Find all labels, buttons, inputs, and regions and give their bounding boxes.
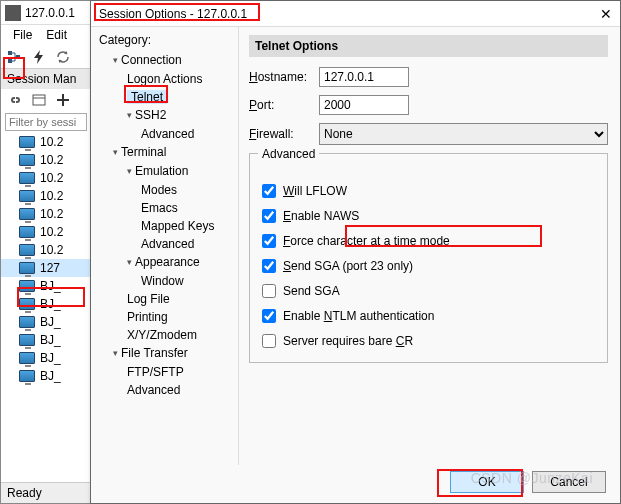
tree-ft-advanced[interactable]: Advanced <box>127 383 180 397</box>
monitor-icon <box>19 334 35 346</box>
session-label: 10.2 <box>40 225 63 239</box>
cancel-button[interactable]: Cancel <box>532 471 606 493</box>
monitor-icon <box>19 370 35 382</box>
chk-bare-cr[interactable] <box>262 334 276 348</box>
options-panel: Telnet Options Hostname: Port: Firewall:… <box>239 27 620 465</box>
tree-connection[interactable]: Connection <box>121 53 182 67</box>
tree-printing[interactable]: Printing <box>127 310 168 324</box>
tree-emacs[interactable]: Emacs <box>141 201 178 215</box>
tree-log-file[interactable]: Log File <box>127 292 170 306</box>
session-label: BJ_ <box>40 369 61 383</box>
session-label: 10.2 <box>40 243 63 257</box>
tree-ssh2-advanced[interactable]: Advanced <box>141 127 194 141</box>
svg-rect-1 <box>8 59 12 63</box>
tree-file-transfer[interactable]: File Transfer <box>121 346 188 360</box>
lbl-send-sga: Send SGA <box>283 284 340 298</box>
session-label: BJ_ <box>40 351 61 365</box>
firewall-select[interactable]: None <box>319 123 608 145</box>
tree-logon-actions[interactable]: Logon Actions <box>127 72 202 86</box>
reconnect-icon[interactable] <box>55 49 71 65</box>
category-label: Category: <box>99 33 234 47</box>
tree-ssh2[interactable]: SSH2 <box>135 108 166 122</box>
dialog-buttons: OK Cancel <box>450 471 606 493</box>
session-label: BJ_ <box>40 333 61 347</box>
lbl-will-lflow: Will LFLOW <box>283 184 347 198</box>
filter-box <box>5 113 87 131</box>
dialog-title: Session Options - 127.0.0.1 <box>99 7 247 21</box>
chk-ntlm[interactable] <box>262 309 276 323</box>
session-label: 10.2 <box>40 135 63 149</box>
lbl-enable-naws: Enable NAWS <box>283 209 359 223</box>
monitor-icon <box>19 244 35 256</box>
dialog-titlebar: Session Options - 127.0.0.1 ✕ <box>91 1 620 27</box>
chk-send-sga[interactable] <box>262 284 276 298</box>
lbl-send-sga-23: Send SGA (port 23 only) <box>283 259 413 273</box>
status-bar: Ready <box>1 482 93 503</box>
tree-modes[interactable]: Modes <box>141 183 177 197</box>
plus-icon[interactable] <box>55 92 71 108</box>
lbl-force-char: Force character at a time mode <box>283 234 450 248</box>
close-icon[interactable]: ✕ <box>600 6 612 22</box>
session-label: 10.2 <box>40 189 63 203</box>
tree-appearance[interactable]: Appearance <box>135 255 200 269</box>
monitor-icon <box>19 172 35 184</box>
monitor-icon <box>19 208 35 220</box>
category-tree[interactable]: Connection Logon Actions Telnet SSH2 Adv… <box>99 51 234 399</box>
svg-rect-3 <box>33 95 45 105</box>
lbl-ntlm: Enable NTLM authentication <box>283 309 434 323</box>
tree-window[interactable]: Window <box>141 274 184 288</box>
session-label: 10.2 <box>40 171 63 185</box>
category-panel: Category: Connection Logon Actions Telne… <box>91 27 239 465</box>
session-label: 10.2 <box>40 153 63 167</box>
monitor-icon <box>19 280 35 292</box>
window-icon[interactable] <box>31 92 47 108</box>
monitor-icon <box>19 154 35 166</box>
tree-ftp[interactable]: FTP/SFTP <box>127 365 184 379</box>
menu-edit[interactable]: Edit <box>46 28 67 42</box>
session-label: BJ_ <box>40 279 61 293</box>
tree-emul-advanced[interactable]: Advanced <box>141 237 194 251</box>
tree-mapped-keys[interactable]: Mapped Keys <box>141 219 214 233</box>
monitor-icon <box>19 298 35 310</box>
advanced-legend: Advanced <box>258 147 319 161</box>
firewall-label: Firewall: <box>249 127 319 141</box>
tree-telnet[interactable]: Telnet <box>127 90 167 104</box>
session-label: 10.2 <box>40 207 63 221</box>
svg-rect-2 <box>16 55 20 59</box>
menu-file[interactable]: File <box>13 28 32 42</box>
session-label: 127 <box>40 261 60 275</box>
section-header: Telnet Options <box>249 35 608 57</box>
lightning-icon[interactable] <box>31 49 47 65</box>
monitor-icon <box>19 190 35 202</box>
app-icon <box>5 5 21 21</box>
filter-input[interactable] <box>5 113 87 131</box>
advanced-fieldset: Advanced Will LFLOW Enable NAWS Force ch… <box>249 153 608 363</box>
tree-emulation[interactable]: Emulation <box>135 164 188 178</box>
hostname-input[interactable] <box>319 67 409 87</box>
svg-rect-0 <box>8 51 12 55</box>
monitor-icon <box>19 262 35 274</box>
tree-terminal[interactable]: Terminal <box>121 145 166 159</box>
port-label: Port: <box>249 98 319 112</box>
chk-force-char[interactable] <box>262 234 276 248</box>
chk-enable-naws[interactable] <box>262 209 276 223</box>
session-label: BJ_ <box>40 315 61 329</box>
main-title: 127.0.0.1 <box>25 6 75 20</box>
ok-button[interactable]: OK <box>450 471 524 493</box>
tree-icon[interactable] <box>7 49 23 65</box>
chk-will-lflow[interactable] <box>262 184 276 198</box>
port-input[interactable] <box>319 95 409 115</box>
monitor-icon <box>19 316 35 328</box>
lbl-bare-cr: Server requires bare CR <box>283 334 413 348</box>
monitor-icon <box>19 136 35 148</box>
hostname-label: Hostname: <box>249 70 319 84</box>
monitor-icon <box>19 226 35 238</box>
tree-xyz[interactable]: X/Y/Zmodem <box>127 328 197 342</box>
session-options-dialog: Session Options - 127.0.0.1 ✕ Category: … <box>90 0 621 504</box>
chk-send-sga-23[interactable] <box>262 259 276 273</box>
link-icon[interactable] <box>7 92 23 108</box>
monitor-icon <box>19 352 35 364</box>
session-label: BJ_ <box>40 297 61 311</box>
